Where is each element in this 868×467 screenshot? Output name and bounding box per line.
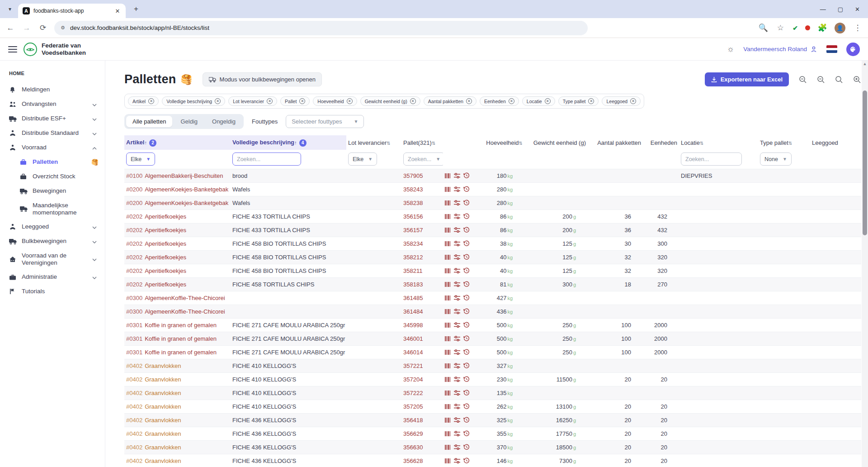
sliders-icon[interactable] <box>454 214 460 219</box>
table-row[interactable]: #0402Graanvlokken FICHE 436 KELLOGG'S 35… <box>124 440 861 454</box>
sliders-icon[interactable] <box>454 254 460 260</box>
col-header-locatie[interactable]: Locatie⇅ <box>679 135 758 150</box>
table-row[interactable]: #0202Aperitiefkoekjes FICHE 433 TORTILLA… <box>124 223 861 237</box>
pallet-number[interactable]: 358238 <box>401 196 443 210</box>
pallet-number[interactable]: 356630 <box>401 440 443 454</box>
barcode-icon[interactable] <box>445 309 451 315</box>
column-chip-locatie[interactable]: Locatie✕ <box>522 96 555 106</box>
col-header-eenheden[interactable]: Eenheden <box>643 135 679 150</box>
fouttypes-select[interactable]: Selecteer fouttypes ▼ <box>286 115 364 128</box>
pallet-number[interactable]: 357205 <box>401 400 443 413</box>
col-header-artikel[interactable]: Artikel↑2 <box>124 135 231 150</box>
history-icon[interactable] <box>463 335 470 342</box>
history-icon[interactable] <box>463 444 470 450</box>
barcode-icon[interactable] <box>445 444 451 450</box>
history-icon[interactable] <box>463 240 470 247</box>
pallet-search-select[interactable]: Zoeken...▼ <box>403 152 443 166</box>
sliders-icon[interactable] <box>454 363 460 369</box>
history-icon[interactable] <box>463 254 470 260</box>
history-icon[interactable] <box>463 362 470 369</box>
window-close-icon[interactable]: ✕ <box>855 6 860 13</box>
sliders-icon[interactable] <box>454 336 460 342</box>
table-row[interactable]: #0301Koffie in granen of gemalen FICHE 2… <box>124 345 861 359</box>
barcode-icon[interactable] <box>445 431 451 437</box>
sliders-icon[interactable] <box>454 241 460 247</box>
remove-chip-icon[interactable]: ✕ <box>509 98 514 104</box>
remove-chip-icon[interactable]: ✕ <box>410 98 416 104</box>
table-row[interactable]: #0202Aperitiefkoekjes FICHE 458 TORTILLA… <box>124 277 861 291</box>
browser-profile-avatar[interactable]: 👤 <box>835 23 845 33</box>
pallet-number[interactable]: 346001 <box>401 332 443 345</box>
scroll-up-icon[interactable]: ▲ <box>862 61 868 67</box>
search-icon[interactable] <box>835 76 843 84</box>
pallet-number[interactable]: 357221 <box>401 359 443 372</box>
column-chip-artikel[interactable]: Artikel✕ <box>128 96 159 106</box>
pallet-number[interactable]: 358234 <box>401 237 443 250</box>
sidebar-item-overzicht-stock[interactable]: Overzicht Stock <box>8 169 105 184</box>
beschrijving-search-input[interactable] <box>232 152 301 166</box>
sliders-icon[interactable] <box>454 404 460 410</box>
user-menu[interactable]: Vandermeersch Roland <box>743 46 817 53</box>
sidebar-item-tutorials[interactable]: Tutorials <box>8 284 105 299</box>
zoom-search-icon[interactable]: 🔍 <box>758 23 768 33</box>
history-icon[interactable] <box>463 200 470 206</box>
sliders-icon[interactable] <box>454 444 460 450</box>
remove-chip-icon[interactable]: ✕ <box>347 98 353 104</box>
history-icon[interactable] <box>463 349 470 355</box>
table-row[interactable]: #0202Aperitiefkoekjes FICHE 458 BIO TORT… <box>124 264 861 277</box>
pallet-number[interactable]: 346014 <box>401 345 443 359</box>
sidebar-item-ontvangsten[interactable]: Ontvangsten <box>8 97 105 111</box>
sliders-icon[interactable] <box>454 431 460 437</box>
table-row[interactable]: #0200AlgemeenKoekjes-Banketgebak Wafels … <box>124 196 861 210</box>
pallet-number[interactable]: 358243 <box>401 182 443 196</box>
remove-chip-icon[interactable]: ✕ <box>299 98 305 104</box>
sidebar-item-voorraad-van-de-verenigingen[interactable]: Voorraad van de Verenigingen <box>8 248 105 270</box>
barcode-icon[interactable] <box>445 186 451 192</box>
barcode-icon[interactable] <box>445 458 451 464</box>
browser-tab[interactable]: A foodbanks-stock-app ✕ <box>18 4 126 18</box>
sliders-icon[interactable] <box>454 200 460 206</box>
window-minimize-icon[interactable]: — <box>820 6 826 13</box>
table-row[interactable]: #0402Graanvlokken FICHE 410 KELLOGG'S 35… <box>124 359 861 372</box>
barcode-icon[interactable] <box>445 295 451 301</box>
barcode-icon[interactable] <box>445 322 451 328</box>
barcode-icon[interactable] <box>445 214 451 219</box>
history-icon[interactable] <box>463 403 470 410</box>
zoom-in-icon[interactable] <box>853 76 861 84</box>
col-header-leeggoed[interactable]: Leeggoed <box>810 135 861 150</box>
site-settings-icon[interactable]: ⚙ <box>61 25 66 31</box>
table-row[interactable]: #0100AlgemeenBakkerij-Beschuiten brood 3… <box>124 169 861 182</box>
column-chip-aantal-pakketten[interactable]: Aantal pakketten✕ <box>424 96 476 106</box>
table-row[interactable]: #0402Graanvlokken FICHE 436 KELLOGG'S 35… <box>124 427 861 440</box>
pallet-number[interactable]: 357204 <box>401 372 443 386</box>
table-row[interactable]: #0202Aperitiefkoekjes FICHE 458 BIO TORT… <box>124 237 861 250</box>
sliders-icon[interactable] <box>454 322 460 328</box>
sliders-icon[interactable] <box>454 227 460 233</box>
bulk-mode-button[interactable]: Modus voor bulkbewegingen openen <box>203 72 322 86</box>
history-icon[interactable] <box>463 457 470 464</box>
sidebar-item-administratie[interactable]: Administratie <box>8 270 105 284</box>
barcode-icon[interactable] <box>445 336 451 342</box>
pallet-number[interactable]: 356629 <box>401 427 443 440</box>
forward-icon[interactable]: → <box>22 24 32 33</box>
history-icon[interactable] <box>463 308 470 315</box>
history-icon[interactable] <box>463 281 470 287</box>
table-row[interactable]: #0202Aperitiefkoekjes FICHE 458 BIO TORT… <box>124 250 861 264</box>
sliders-icon[interactable] <box>454 417 460 423</box>
column-chip-hoeveelheid[interactable]: Hoeveelheid✕ <box>313 96 357 106</box>
user-avatar[interactable] <box>846 43 860 56</box>
lot-filter-select[interactable]: Elke▼ <box>348 152 377 166</box>
pallet-number[interactable]: 361485 <box>401 291 443 305</box>
table-row[interactable]: #0402Graanvlokken FICHE 436 KELLOGG'S 35… <box>124 454 861 467</box>
column-chip-type-pallet[interactable]: Type pallet✕ <box>558 96 599 106</box>
pallet-number[interactable]: 361484 <box>401 305 443 318</box>
remove-chip-icon[interactable]: ✕ <box>215 98 221 104</box>
history-icon[interactable] <box>463 295 470 301</box>
pallet-number[interactable]: 357222 <box>401 386 443 400</box>
sliders-icon[interactable] <box>454 268 460 274</box>
barcode-icon[interactable] <box>445 268 451 274</box>
pallet-number[interactable]: 358212 <box>401 250 443 264</box>
remove-chip-icon[interactable]: ✕ <box>267 98 273 104</box>
history-icon[interactable] <box>463 267 470 274</box>
col-header-gewicht[interactable]: Gewicht eenheid (g) <box>524 135 588 150</box>
